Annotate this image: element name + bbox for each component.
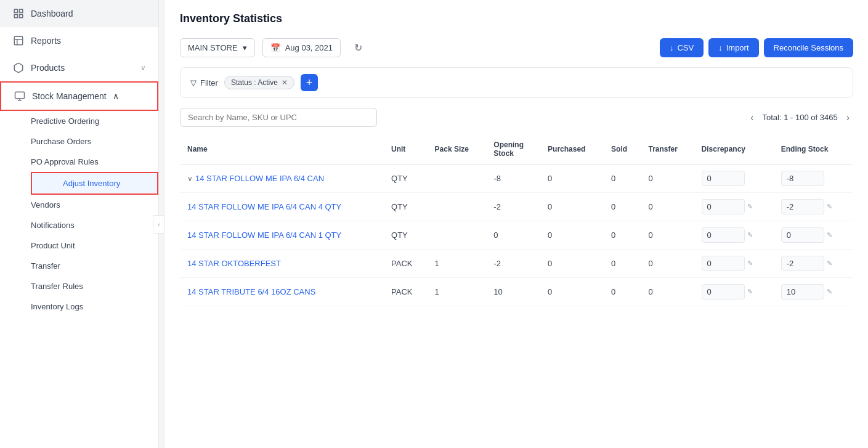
edit-icon[interactable]: ✎ xyxy=(827,231,832,239)
purchased-cell: 0 xyxy=(540,278,604,306)
col-sold: Sold xyxy=(604,134,641,165)
filter-tag-text: Status : Active xyxy=(231,78,278,87)
pack-size-cell xyxy=(428,193,487,221)
product-link[interactable]: 14 STAR OKTOBERFEST xyxy=(187,259,281,268)
pack-size-cell: 1 xyxy=(428,278,487,306)
download-icon: ↓ xyxy=(718,43,723,52)
sidebar-item-product-unit[interactable]: Product Unit xyxy=(31,235,158,256)
edit-icon[interactable]: ✎ xyxy=(827,259,832,267)
table-row: ∨14 STAR FOLLOW ME IPA 6/4 CANQTY-8000 xyxy=(180,165,853,193)
pack-size-cell xyxy=(428,165,487,193)
svg-rect-3 xyxy=(20,15,23,18)
col-purchased: Purchased xyxy=(540,134,604,165)
reports-icon xyxy=(12,35,25,47)
svg-rect-2 xyxy=(14,15,17,18)
edit-icon[interactable]: ✎ xyxy=(747,259,753,267)
search-pagination-bar: ‹ Total: 1 - 100 of 3465 › xyxy=(180,108,853,127)
col-discrepancy: Discrepancy xyxy=(694,134,774,165)
products-icon xyxy=(12,62,25,74)
product-link[interactable]: 14 STAR FOLLOW ME IPA 6/4 CAN 1 QTY xyxy=(187,230,341,240)
sidebar-item-vendors[interactable]: Vendors xyxy=(31,195,158,215)
remove-filter-icon[interactable]: ✕ xyxy=(282,78,288,87)
unit-cell: PACK xyxy=(384,250,428,278)
filter-label: ▽ Filter xyxy=(190,78,218,88)
opening-stock-cell: -2 xyxy=(486,193,540,221)
opening-stock-cell: 0 xyxy=(486,221,540,250)
status-filter-tag[interactable]: Status : Active ✕ xyxy=(224,76,294,89)
reconcile-label: Reconcile Sessions xyxy=(774,43,843,52)
svg-rect-0 xyxy=(14,9,17,12)
date-value: Aug 03, 2021 xyxy=(285,43,333,52)
chevron-down-icon: ∨ xyxy=(140,63,146,72)
discrepancy-input[interactable] xyxy=(702,227,745,243)
edit-icon[interactable]: ✎ xyxy=(827,203,832,211)
svg-rect-7 xyxy=(15,92,25,99)
edit-icon[interactable]: ✎ xyxy=(827,288,832,296)
reconcile-button[interactable]: Reconcile Sessions xyxy=(764,38,853,57)
main-content: Inventory Statistics MAIN STORE ▾ 📅 Aug … xyxy=(165,0,868,448)
sidebar-item-products[interactable]: Products ∨ xyxy=(0,54,158,81)
sidebar-item-adjust-inventory[interactable]: Adjust Inventory xyxy=(31,172,158,195)
filter-bar: ▽ Filter Status : Active ✕ + xyxy=(180,67,853,98)
store-selector[interactable]: MAIN STORE ▾ xyxy=(180,38,255,57)
sidebar-item-po-approval-rules[interactable]: PO Approval Rules xyxy=(31,152,158,172)
product-link[interactable]: 14 STAR FOLLOW ME IPA 6/4 CAN 4 QTY xyxy=(187,202,341,211)
sidebar-item-transfer-rules[interactable]: Transfer Rules xyxy=(31,276,158,296)
discrepancy-input[interactable] xyxy=(702,199,745,214)
refresh-button[interactable]: ↻ xyxy=(348,38,368,57)
date-picker[interactable]: 📅 Aug 03, 2021 xyxy=(262,38,341,57)
sidebar-item-label: Stock Management xyxy=(32,91,107,101)
opening-stock-cell: 10 xyxy=(486,278,540,306)
top-bar: MAIN STORE ▾ 📅 Aug 03, 2021 ↻ ↓ CSV ↓ Im… xyxy=(180,38,853,57)
sidebar-item-notifications[interactable]: Notifications xyxy=(31,215,158,235)
ending-stock-input[interactable] xyxy=(781,256,824,271)
sold-cell: 0 xyxy=(604,278,641,306)
edit-icon[interactable]: ✎ xyxy=(747,231,753,239)
sidebar-item-stock-management[interactable]: Stock Management ∧ xyxy=(0,81,158,111)
expand-row-button[interactable]: ∨ xyxy=(187,174,193,183)
add-filter-button[interactable]: + xyxy=(301,74,318,91)
product-link[interactable]: 14 STAR TRIBUTE 6/4 16OZ CANS xyxy=(187,287,315,296)
sold-cell: 0 xyxy=(604,193,641,221)
discrepancy-cell: ✎ xyxy=(694,193,774,221)
discrepancy-input[interactable] xyxy=(702,256,745,271)
ending-stock-input[interactable] xyxy=(781,171,824,186)
sidebar-item-purchase-orders[interactable]: Purchase Orders xyxy=(31,131,158,152)
prev-page-button[interactable]: ‹ xyxy=(747,111,757,124)
ending-stock-cell: ✎ xyxy=(774,278,853,306)
discrepancy-input[interactable] xyxy=(702,284,745,299)
next-page-button[interactable]: › xyxy=(843,111,853,124)
dashboard-icon xyxy=(12,7,25,20)
ending-stock-cell: ✎ xyxy=(774,221,853,250)
edit-icon[interactable]: ✎ xyxy=(747,203,753,211)
sidebar-item-dashboard[interactable]: Dashboard xyxy=(0,0,158,27)
sold-cell: 0 xyxy=(604,250,641,278)
svg-rect-4 xyxy=(14,36,23,45)
search-input[interactable] xyxy=(180,108,377,127)
edit-icon[interactable]: ✎ xyxy=(747,288,753,296)
sidebar-collapse-handle[interactable]: ‹ xyxy=(153,215,165,234)
ending-stock-input[interactable] xyxy=(781,227,824,243)
transfer-cell: 0 xyxy=(641,278,694,306)
col-ending-stock: Ending Stock xyxy=(774,134,853,165)
table-row: 14 STAR FOLLOW ME IPA 6/4 CAN 1 QTYQTY00… xyxy=(180,221,853,250)
discrepancy-input[interactable] xyxy=(702,171,745,186)
csv-button[interactable]: ↓ CSV xyxy=(660,38,704,57)
content-area: Inventory Statistics MAIN STORE ▾ 📅 Aug … xyxy=(165,0,868,448)
sidebar-item-inventory-logs[interactable]: Inventory Logs xyxy=(31,296,158,317)
discrepancy-cell: ✎ xyxy=(694,221,774,250)
ending-stock-input[interactable] xyxy=(781,199,824,214)
unit-cell: QTY xyxy=(384,221,428,250)
sidebar-item-transfer[interactable]: Transfer xyxy=(31,256,158,276)
ending-stock-input[interactable] xyxy=(781,284,824,299)
sidebar-item-reports[interactable]: Reports xyxy=(0,27,158,54)
import-button[interactable]: ↓ Import xyxy=(708,38,758,57)
product-link[interactable]: 14 STAR FOLLOW ME IPA 6/4 CAN xyxy=(195,174,324,183)
unit-cell: QTY xyxy=(384,193,428,221)
transfer-cell: 0 xyxy=(641,221,694,250)
unit-cell: PACK xyxy=(384,278,428,306)
sidebar: Dashboard Reports Products ∨ Stock Manag… xyxy=(0,0,159,448)
filter-icon: ▽ xyxy=(190,78,197,88)
stock-icon xyxy=(14,90,26,102)
sidebar-item-predictive-ordering[interactable]: Predictive Ordering xyxy=(31,111,158,131)
